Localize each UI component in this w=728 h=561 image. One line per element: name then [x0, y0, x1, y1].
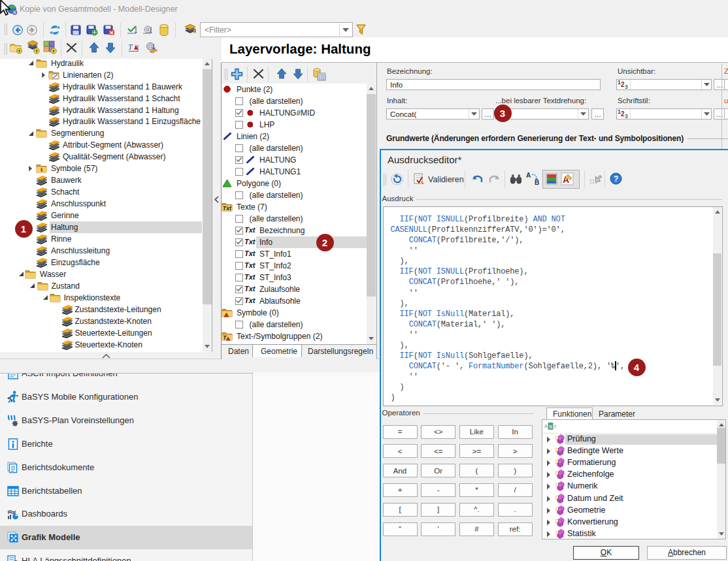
- svg-text:Txt: Txt: [223, 204, 233, 211]
- svg-text:T: T: [128, 42, 133, 52]
- svg-text:A: A: [526, 172, 531, 179]
- svg-text:3: 3: [625, 113, 628, 119]
- svg-text:A: A: [544, 424, 548, 429]
- svg-text:?: ?: [614, 174, 618, 184]
- svg-text:3: 3: [625, 84, 628, 89]
- svg-text:c: c: [554, 424, 557, 429]
- svg-text:B: B: [550, 425, 553, 430]
